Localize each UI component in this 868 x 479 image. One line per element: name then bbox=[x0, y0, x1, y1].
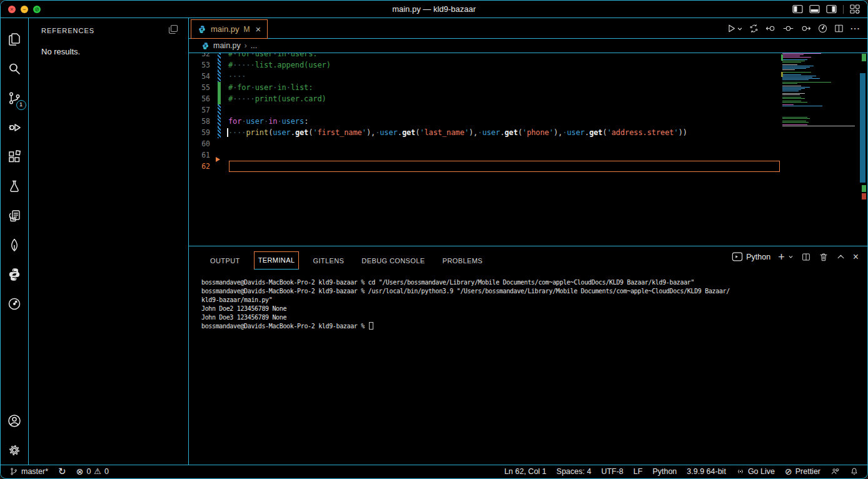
minimize-window-button[interactable]: − bbox=[21, 6, 28, 13]
changes-icon[interactable] bbox=[782, 23, 794, 34]
eol-indicator[interactable]: LF bbox=[633, 467, 643, 476]
line-text[interactable]: #·····list.append(user) bbox=[228, 59, 331, 71]
toggle-secondary-sidebar-icon[interactable] bbox=[826, 4, 837, 14]
scrollbar-thumb[interactable] bbox=[860, 73, 865, 183]
language-mode-indicator[interactable]: Python bbox=[652, 467, 677, 476]
terminal-line[interactable]: bossmandave@Davids-MacBook-Pro-2 kld9-ba… bbox=[201, 287, 867, 296]
indentation-indicator[interactable]: Spaces: 4 bbox=[557, 467, 592, 476]
toggle-primary-sidebar-icon[interactable] bbox=[792, 4, 803, 14]
minimap-line bbox=[782, 118, 810, 119]
line-text[interactable]: #·for·user·in·users: bbox=[228, 53, 318, 59]
launch-profile-button[interactable]: Python bbox=[732, 251, 770, 262]
next-change-icon[interactable] bbox=[800, 23, 812, 34]
git-branch-indicator[interactable]: master* bbox=[9, 467, 48, 476]
notifications-bell-icon[interactable] bbox=[850, 467, 859, 476]
python-icon[interactable] bbox=[1, 260, 29, 289]
accounts-icon[interactable] bbox=[1, 406, 29, 435]
references-clear-icon[interactable] bbox=[168, 24, 178, 34]
terminal-line[interactable]: John Doe3 123456789 None bbox=[201, 313, 867, 322]
sync-changes-button[interactable]: ↻ bbox=[58, 466, 66, 477]
feedback-button[interactable] bbox=[830, 467, 840, 476]
explorer-icon[interactable] bbox=[1, 24, 29, 54]
overview-ruler-scrollbar[interactable] bbox=[858, 53, 867, 246]
code-line[interactable]: 61 bbox=[189, 149, 780, 161]
encoding-indicator[interactable]: UTF-8 bbox=[601, 467, 623, 476]
file-history-icon[interactable] bbox=[1, 201, 29, 230]
breadcrumb-file[interactable]: main.py bbox=[213, 41, 241, 50]
line-text[interactable]: #·for·user·in·list: bbox=[228, 82, 313, 93]
code-line[interactable]: 62 bbox=[189, 161, 780, 172]
panel-tab-gitlens[interactable]: GITLENS bbox=[304, 252, 353, 270]
terminal-line[interactable]: kld9-bazaar/main.py" bbox=[201, 296, 867, 305]
run-and-debug-icon[interactable] bbox=[1, 113, 29, 142]
code-line[interactable]: 59····print(user.get('first_name'),·user… bbox=[189, 127, 780, 138]
problems-indicator[interactable]: ⊗ 0 ⚠ 0 bbox=[76, 466, 109, 476]
cursor-position-indicator[interactable]: Ln 62, Col 1 bbox=[504, 467, 546, 476]
close-panel-icon[interactable]: × bbox=[853, 252, 859, 262]
activity-bar: 1 bbox=[1, 18, 29, 465]
kill-terminal-trash-icon[interactable] bbox=[819, 252, 829, 262]
customize-layout-icon[interactable] bbox=[850, 4, 860, 14]
code-line[interactable]: 56#·····print(user.card) bbox=[189, 93, 780, 104]
warning-count: 0 bbox=[104, 467, 109, 476]
minimap-line bbox=[782, 61, 805, 61]
extensions-icon[interactable] bbox=[1, 142, 29, 171]
line-text[interactable]: #·····print(user.card) bbox=[228, 93, 326, 104]
mongodb-icon[interactable] bbox=[1, 230, 29, 260]
code-line[interactable]: 60 bbox=[189, 138, 780, 149]
line-text[interactable]: for·user·in·users: bbox=[228, 116, 308, 127]
terminal-line[interactable]: bossmandave@Davids-MacBook-Pro-2 kld9-ba… bbox=[201, 322, 867, 331]
terminal-cursor bbox=[369, 322, 373, 330]
breadcrumb-more[interactable]: ... bbox=[251, 41, 257, 50]
go-live-button[interactable]: Go Live bbox=[736, 467, 775, 476]
gitlens-icon[interactable] bbox=[1, 289, 29, 318]
toggle-panel-icon[interactable] bbox=[809, 4, 820, 14]
code-line[interactable]: 55#·for·user·in·list: bbox=[189, 82, 780, 93]
run-python-file-button[interactable] bbox=[726, 23, 743, 34]
minimap[interactable] bbox=[782, 53, 857, 246]
code-line[interactable]: 58for·user·in·users: bbox=[189, 116, 780, 127]
line-text[interactable] bbox=[229, 161, 780, 172]
terminal-line[interactable]: bossmandave@Davids-MacBook-Pro-2 kld9-ba… bbox=[201, 278, 867, 287]
panel-tab-output[interactable]: OUTPUT bbox=[201, 252, 249, 270]
terminal-line[interactable]: John Doe2 123456789 None bbox=[201, 305, 867, 313]
split-editor-icon[interactable] bbox=[834, 23, 844, 34]
zoom-window-button[interactable]: ⊘ bbox=[33, 6, 41, 13]
new-terminal-icon[interactable]: + bbox=[778, 252, 794, 262]
panel-tab-problems[interactable]: PROBLEMS bbox=[434, 252, 492, 270]
minimap-line bbox=[782, 67, 810, 68]
minimap-change-marker bbox=[781, 72, 783, 77]
settings-gear-icon[interactable] bbox=[1, 435, 29, 465]
split-terminal-icon[interactable] bbox=[801, 252, 811, 262]
code-editor[interactable]: 52#·for·user·in·users:53#·····list.appen… bbox=[189, 53, 867, 246]
panel-tab-terminal[interactable]: TERMINAL bbox=[254, 251, 300, 270]
prettier-label: Prettier bbox=[795, 467, 820, 476]
close-window-button[interactable]: × bbox=[8, 6, 16, 13]
code-line[interactable]: 53#·····list.append(user) bbox=[189, 59, 780, 71]
source-control-icon[interactable]: 1 bbox=[1, 83, 29, 113]
maximize-panel-chevron-icon[interactable] bbox=[836, 252, 845, 261]
minimap-line bbox=[782, 97, 801, 98]
python-interpreter-indicator[interactable]: 3.9.9 64-bit bbox=[687, 467, 726, 476]
timeline-icon[interactable] bbox=[817, 23, 828, 34]
branch-icon bbox=[9, 467, 18, 476]
code-line[interactable]: 52#·for·user·in·users: bbox=[189, 53, 780, 59]
terminal-output[interactable]: bossmandave@Davids-MacBook-Pro-2 kld9-ba… bbox=[189, 275, 867, 463]
code-line[interactable]: 54···· bbox=[189, 71, 780, 82]
open-changes-icon[interactable] bbox=[749, 23, 759, 34]
previous-change-icon[interactable] bbox=[765, 23, 777, 34]
tab-close-icon[interactable]: × bbox=[256, 26, 261, 33]
line-text[interactable]: ····print(user.get('first_name'),·user.g… bbox=[228, 127, 687, 138]
more-actions-icon[interactable]: ⋯ bbox=[850, 24, 860, 34]
panel-tab-debug-console[interactable]: DEBUG CONSOLE bbox=[353, 252, 433, 270]
minimap-line bbox=[782, 63, 857, 64]
tab-main-py[interactable]: main.py M × bbox=[191, 19, 268, 39]
line-text[interactable]: ···· bbox=[228, 71, 246, 82]
prettier-indicator[interactable]: ⊘ Prettier bbox=[785, 466, 820, 476]
breadcrumb[interactable]: main.py › ... bbox=[189, 39, 867, 53]
terminal-dropdown-chevron-icon[interactable] bbox=[788, 254, 794, 260]
code-line[interactable]: 57 bbox=[189, 104, 780, 116]
run-dropdown-chevron-icon[interactable] bbox=[737, 26, 743, 32]
testing-icon[interactable] bbox=[1, 171, 29, 201]
search-icon[interactable] bbox=[1, 54, 29, 83]
